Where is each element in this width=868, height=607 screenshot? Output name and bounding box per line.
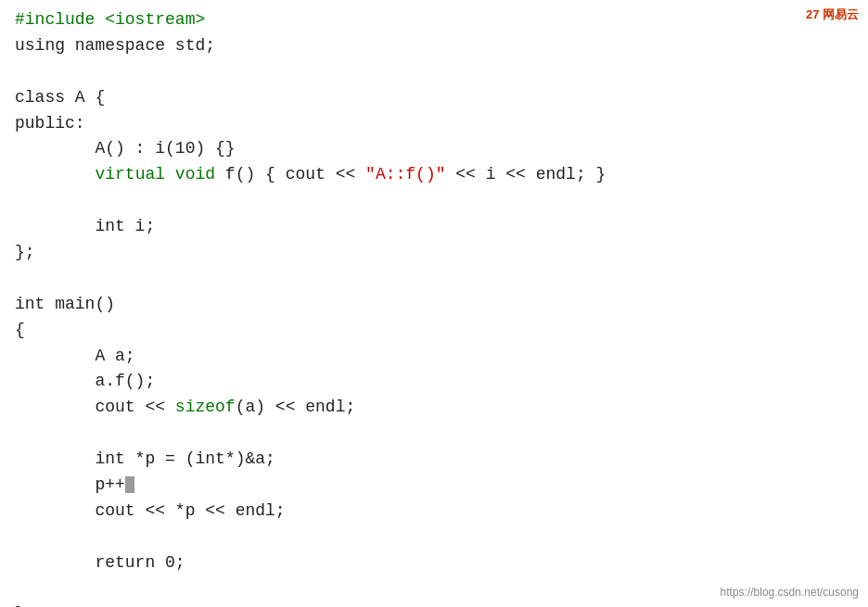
code-text: cout << [15, 398, 175, 416]
code-text: A a; [15, 347, 135, 365]
code-line-13: { [15, 318, 853, 344]
code-text: p++ [15, 475, 125, 494]
code-line-4: class A { [15, 85, 853, 111]
code-text: #include <iostream> [15, 10, 205, 29]
code-keyword: sizeof [175, 398, 236, 416]
code-line-6: A() : i(10) {} [15, 136, 853, 162]
code-string: "A::f()" [365, 165, 445, 183]
code-line-21 [15, 525, 853, 550]
code-text: int *p = (int*)&a; [15, 449, 275, 468]
code-text: { [15, 321, 25, 339]
code-line-18: int *p = (int*)&a; [15, 447, 853, 473]
code-text: }; [15, 243, 35, 261]
code-line-10: }; [15, 240, 853, 266]
watermark-badge: 27 网易云 [806, 6, 859, 24]
code-line-9: int i; [15, 214, 853, 240]
code-text [15, 165, 95, 183]
code-line-1: #include <iostream> [15, 7, 853, 33]
code-text: A() : i(10) {} [15, 139, 236, 158]
code-line-5: public: [15, 111, 853, 137]
code-text: int i; [15, 217, 155, 235]
code-text: using namespace std; [15, 36, 215, 55]
code-line-12: int main() [15, 292, 853, 318]
code-line-2: using namespace std; [15, 33, 853, 59]
code-text: << i << endl; } [446, 165, 606, 183]
code-line-7: virtual void f() { cout << "A::f()" << i… [15, 162, 853, 188]
code-line-16: cout << sizeof(a) << endl; [15, 395, 853, 421]
code-line-19: p++ [15, 473, 853, 499]
code-text: f() { cout << [215, 165, 365, 183]
code-line-22: return 0; [15, 550, 853, 576]
code-text: cout << *p << endl; [15, 501, 286, 520]
text-cursor [125, 476, 134, 493]
code-line-17 [15, 421, 853, 447]
code-text: (a) << endl; [236, 398, 356, 416]
code-line-14: A a; [15, 344, 853, 370]
code-line-3 [15, 59, 853, 85]
code-text: return 0; [15, 553, 185, 572]
code-text: int main() [15, 295, 115, 313]
code-line-20: cout << *p << endl; [15, 499, 853, 525]
code-keyword: virtual void [95, 165, 215, 183]
code-editor: #include <iostream> using namespace std;… [0, 0, 868, 607]
code-text: class A { [15, 88, 105, 107]
watermark-url: https://blog.csdn.net/cusong [721, 584, 859, 601]
code-line-11 [15, 266, 853, 292]
code-line-8 [15, 188, 853, 214]
code-text: public: [15, 114, 85, 133]
code-text: a.f(); [15, 372, 155, 390]
code-line-15: a.f(); [15, 369, 853, 395]
code-line-24: } [15, 601, 853, 607]
